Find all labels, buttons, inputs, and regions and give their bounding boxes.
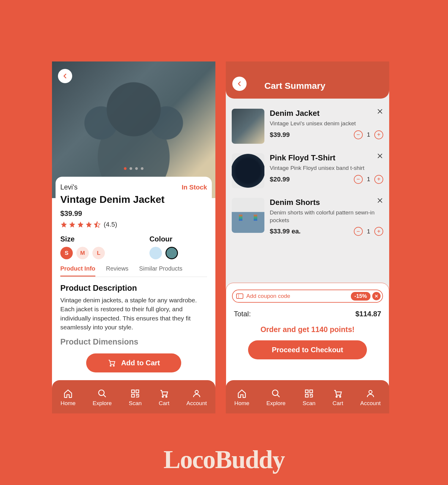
scan-icon <box>130 389 140 398</box>
qty-plus-button[interactable]: + <box>374 175 383 184</box>
account-icon <box>366 389 375 398</box>
tab-product-info[interactable]: Product Info <box>60 265 95 277</box>
nav-home[interactable]: Home <box>61 389 76 407</box>
cart-item: Denim Shorts Denim shorts with colorful … <box>232 193 383 241</box>
scan-icon <box>304 389 314 398</box>
qty-value: 1 <box>367 228 370 235</box>
search-icon <box>97 389 107 398</box>
svg-rect-6 <box>132 394 134 397</box>
quantity-stepper: − 1 + <box>354 227 383 236</box>
cart-screen: Cart Summary Denim Jacket Vintage Levi's… <box>226 61 389 413</box>
qty-minus-button[interactable]: − <box>354 227 363 236</box>
coupon-placeholder: Add coupon code <box>246 293 351 299</box>
product-screen: Levi's In Stock Vintage Denim Jacket $39… <box>52 61 215 413</box>
product-price: $39.99 <box>60 209 207 218</box>
bottom-nav: Home Explore Scan Cart Account <box>52 380 215 413</box>
cart-item-title: Pink Floyd T-Shirt <box>270 153 383 162</box>
carousel-dots[interactable] <box>124 167 143 170</box>
account-icon <box>192 389 201 398</box>
coupon-input[interactable]: Add coupon code -15% <box>232 290 383 303</box>
description-text: Vintage denim jackets, a staple for any … <box>60 296 207 332</box>
discount-pill: -15% <box>351 292 370 301</box>
points-message: Order and get 1140 points! <box>232 325 383 334</box>
svg-point-8 <box>166 396 167 397</box>
nav-scan[interactable]: Scan <box>303 389 316 407</box>
nav-explore[interactable]: Explore <box>93 389 112 407</box>
quantity-stepper: − 1 + <box>354 130 383 139</box>
home-icon <box>237 389 247 398</box>
remove-item-button[interactable] <box>377 108 383 115</box>
svg-rect-5 <box>136 390 139 393</box>
cart-item-title: Denim Jacket <box>270 109 383 118</box>
qty-value: 1 <box>367 176 370 183</box>
remove-item-button[interactable] <box>377 153 383 159</box>
nav-account[interactable]: Account <box>187 389 207 407</box>
description-heading: Product Description <box>60 284 207 293</box>
svg-rect-10 <box>236 294 243 298</box>
total-value: $114.87 <box>355 310 381 318</box>
back-button[interactable] <box>232 77 247 91</box>
cart-item-price: $39.99 <box>270 131 290 139</box>
back-button[interactable] <box>58 69 72 83</box>
nav-cart[interactable]: Cart <box>159 389 169 407</box>
nav-explore[interactable]: Explore <box>266 389 285 407</box>
cart-item: Pink Floyd T-Shirt Vintage Pink Floyd un… <box>232 148 383 193</box>
cart-item-desc: Vintage Levi's unisex denim jacket <box>270 120 383 127</box>
svg-point-17 <box>369 390 372 394</box>
checkout-button[interactable]: Proceed to Checkout <box>248 340 367 359</box>
tab-similar[interactable]: Similar Products <box>139 265 182 277</box>
rating-value: (4.5) <box>104 221 117 228</box>
cart-item-thumb <box>232 153 264 188</box>
colour-selector: Colour <box>149 235 178 259</box>
clear-coupon-button[interactable] <box>372 292 381 300</box>
qty-minus-button[interactable]: − <box>354 175 363 184</box>
add-to-cart-button[interactable]: Add to Cart <box>86 353 181 372</box>
cart-item-desc: Vintage Pink Floyd unisex band t-shirt <box>270 164 383 172</box>
svg-point-15 <box>336 396 337 397</box>
remove-item-button[interactable] <box>377 197 383 204</box>
svg-point-7 <box>162 396 163 397</box>
tab-reviews[interactable]: Reviews <box>106 265 129 277</box>
product-tabs: Product Info Reviews Similar Products <box>60 265 207 277</box>
brand-label: Levi's <box>60 183 78 191</box>
size-option-m[interactable]: M <box>76 247 89 259</box>
page-title: Cart Summary <box>264 81 325 91</box>
colour-swatch-teal[interactable] <box>165 247 178 259</box>
dimensions-heading: Product Dimensions <box>60 337 207 347</box>
total-label: Total: <box>234 310 251 318</box>
nav-cart[interactable]: Cart <box>332 389 343 407</box>
nav-scan[interactable]: Scan <box>129 389 142 407</box>
cart-item-title: Denim Shorts <box>270 198 383 207</box>
cart-icon <box>159 389 169 398</box>
quantity-stepper: − 1 + <box>354 175 383 184</box>
product-title: Vintage Denim Jacket <box>60 194 207 205</box>
stock-status: In Stock <box>182 184 207 191</box>
nav-account[interactable]: Account <box>360 389 381 407</box>
cart-item-price: $33.99 ea. <box>270 228 301 235</box>
brand-logo: LocoBuddy <box>163 445 284 474</box>
cart-icon <box>333 389 343 398</box>
size-option-l[interactable]: L <box>92 247 105 259</box>
cart-item-desc: Denim shorts with colorful pattern sewn-… <box>270 209 383 224</box>
svg-point-11 <box>272 390 278 396</box>
qty-plus-button[interactable]: + <box>374 130 383 139</box>
size-selector: Size S M L <box>60 235 105 259</box>
cart-icon <box>108 359 116 367</box>
coupon-icon <box>236 293 243 299</box>
search-icon <box>271 389 281 398</box>
svg-point-16 <box>340 396 341 397</box>
cart-item-price: $20.99 <box>270 176 290 183</box>
home-icon <box>63 389 73 398</box>
svg-rect-14 <box>305 394 308 397</box>
qty-plus-button[interactable]: + <box>374 227 383 236</box>
nav-home[interactable]: Home <box>234 389 250 407</box>
qty-minus-button[interactable]: − <box>354 130 363 139</box>
svg-point-3 <box>99 390 104 396</box>
qty-value: 1 <box>367 131 370 138</box>
cart-item: Denim Jacket Vintage Levi's unisex denim… <box>232 104 383 148</box>
svg-rect-4 <box>132 390 134 393</box>
colour-swatch-light[interactable] <box>149 247 162 259</box>
size-option-s[interactable]: S <box>60 247 73 259</box>
svg-rect-12 <box>305 390 308 393</box>
rating-stars: (4.5) <box>60 221 207 228</box>
